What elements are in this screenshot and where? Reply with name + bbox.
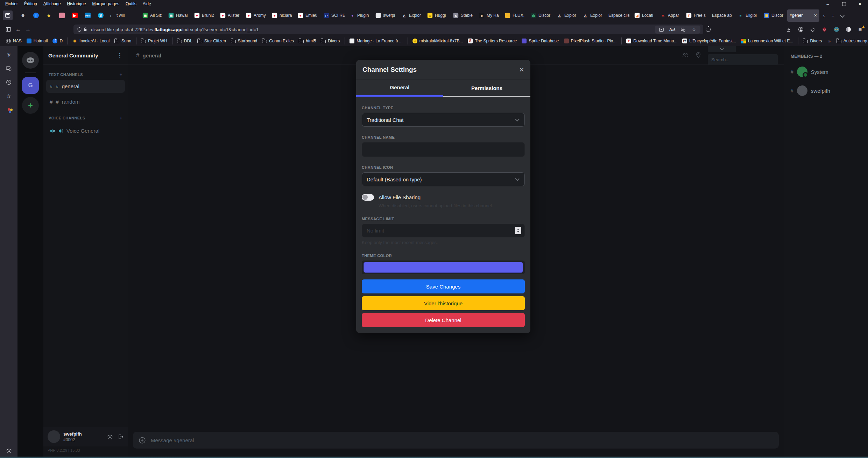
ai-chatbot-icon[interactable]: ✳ (6, 52, 12, 58)
bookmark-item[interactable]: ☺ mistralai/Mixtral-8x7B... (408, 37, 466, 44)
browser-tab[interactable]: FLUX. (502, 9, 528, 22)
extensions-puzzle-icon[interactable] (810, 27, 816, 33)
account-icon[interactable] (798, 27, 804, 33)
bookmark-item[interactable]: Divers (798, 37, 824, 44)
scroll-tabs-left-button[interactable]: ‹ (107, 13, 114, 19)
pinned-tab[interactable] (55, 9, 68, 21)
history-clock-icon[interactable] (6, 79, 12, 85)
pinned-tab[interactable]: S (94, 9, 107, 21)
url-bar[interactable]: discord-like-php-chat-7262.dev.flatlogic… (73, 25, 703, 34)
browser-tab[interactable]: ◭ Explor (399, 9, 425, 22)
pinned-tab[interactable]: ◆ (42, 9, 55, 21)
theme-color-picker[interactable] (362, 261, 525, 274)
channel-icon-select[interactable]: Default (Based on type) (362, 172, 525, 186)
tracking-shield-icon[interactable] (76, 27, 82, 33)
browser-tab[interactable]: ▣ Discor (761, 9, 787, 22)
browser-tab[interactable]: ♥ Alister (218, 9, 244, 22)
server-menu-icon[interactable]: ⋮ (117, 52, 123, 58)
browser-tab[interactable]: S Stable (451, 9, 477, 22)
attach-plus-icon[interactable] (139, 437, 146, 444)
bookmark-star-icon[interactable]: ☆ (691, 27, 697, 33)
browser-tab[interactable]: Espace ab (710, 9, 735, 22)
server-header[interactable]: General Community ⋮ (43, 46, 128, 65)
add-text-channel-button[interactable]: + (119, 72, 122, 77)
text-channel-item[interactable]: # # random (46, 95, 125, 108)
spinner-down-icon[interactable] (517, 231, 519, 234)
synced-tabs-icon[interactable] (6, 65, 12, 71)
theme-color-swatch[interactable] (364, 262, 523, 273)
browser-tab[interactable]: #gener × (787, 9, 819, 22)
containers-icon[interactable] (6, 106, 12, 112)
bookmark-item[interactable]: NAS (3, 37, 24, 44)
pinned-tab[interactable]: DSM (81, 9, 94, 21)
sidebar-toggle-button[interactable] (3, 25, 13, 34)
bookmark-item[interactable]: html5 (296, 37, 318, 44)
back-button[interactable]: ← (13, 25, 23, 34)
close-button[interactable]: ✕ (852, 0, 868, 8)
user-settings-gear-icon[interactable] (107, 434, 113, 440)
bookmark-item[interactable]: ◉ InvokeAI - Local (68, 37, 112, 44)
spinner-up-icon[interactable] (517, 228, 519, 230)
bookmark-item[interactable]: Projet WH (136, 37, 170, 44)
downloads-icon[interactable] (786, 27, 792, 33)
browser-tab[interactable]: ◭ Explor (580, 9, 606, 22)
browser-tab[interactable]: ◢ Locati (632, 9, 658, 22)
new-tab-button[interactable]: + (828, 11, 838, 20)
bookmark-item[interactable]: EF L'Encyclopédie Fantast... (680, 37, 739, 44)
tab-permissions[interactable]: Permissions (443, 79, 530, 97)
minimize-button[interactable]: – (820, 0, 836, 8)
message-input-bar[interactable]: Message #general (133, 432, 779, 449)
lock-icon[interactable] (82, 27, 88, 33)
bookmark-item[interactable]: Starbound (228, 37, 260, 44)
header-dropdown-button[interactable] (708, 46, 736, 52)
bookmark-item[interactable]: Conan Exiles (260, 37, 296, 44)
member-row[interactable]: # System (791, 67, 868, 77)
file-sharing-toggle[interactable] (362, 194, 374, 201)
browser-tab[interactable]: t will (114, 9, 140, 22)
browser-tab[interactable]: ♥ Emie0 (295, 9, 321, 22)
menu-item[interactable]: Historique (64, 0, 89, 7)
browser-tab[interactable]: ♦ Plugin (347, 9, 373, 22)
scroll-tabs-right-button[interactable]: › (819, 11, 828, 20)
pinned-tab[interactable]: f (29, 9, 42, 21)
forward-button[interactable]: → (23, 25, 33, 34)
save-page-icon[interactable] (658, 27, 664, 33)
voice-channel-item[interactable]: Voice General (46, 125, 125, 137)
browser-tab[interactable]: ⊞ Hawai (166, 9, 192, 22)
browser-tab[interactable]: ◍ Discor (528, 9, 554, 22)
browser-tab[interactable]: P SCI RE (321, 9, 347, 22)
browser-tab[interactable]: ♥ niciara (269, 9, 295, 22)
bookmark-item[interactable]: Sprite Database (519, 37, 561, 44)
browser-tab[interactable]: ♥ Aromy (244, 9, 269, 22)
menu-item[interactable]: Aide (140, 0, 154, 7)
browser-tab[interactable]: ☺ Huggi (425, 9, 451, 22)
user-avatar[interactable] (48, 430, 60, 443)
add-server-button[interactable]: + (22, 97, 39, 114)
pin-location-icon[interactable] (696, 52, 701, 58)
maximize-button[interactable] (836, 0, 852, 8)
browser-tab[interactable]: Espace clie (606, 9, 632, 22)
modal-close-icon[interactable]: × (519, 65, 524, 74)
browser-tab[interactable]: ≡ Eligibi (735, 9, 761, 22)
menu-item[interactable]: Outils (122, 0, 140, 7)
proxy-extension-icon[interactable] (845, 27, 851, 33)
reload-button[interactable] (703, 25, 713, 34)
firefox-view-button[interactable] (3, 11, 13, 20)
bookmark-item[interactable]: Hotmail (24, 37, 50, 44)
add-voice-channel-button[interactable]: + (119, 115, 122, 121)
save-changes-button[interactable]: Save Changes (362, 279, 525, 293)
channel-name-input[interactable] (362, 142, 525, 157)
bookmark-item[interactable]: Star Citizen (195, 37, 228, 44)
server-icon-general-community[interactable]: G (22, 77, 39, 94)
ublock-origin-icon[interactable] (821, 27, 827, 33)
number-spinner[interactable] (515, 227, 521, 234)
bookmark-item[interactable]: S The Spriters Resource (465, 37, 519, 44)
list-all-tabs-button[interactable] (838, 11, 847, 20)
channel-type-select[interactable]: Traditional Chat (362, 113, 525, 127)
browser-tab[interactable]: ◭ Explor (554, 9, 580, 22)
robot-extension-icon[interactable] (833, 27, 839, 33)
menu-item[interactable]: Fichier (2, 0, 21, 7)
browser-tab[interactable]: f Free s (684, 9, 710, 22)
browser-tab[interactable]: SL Appar (658, 9, 684, 22)
menu-item[interactable]: Affichage (40, 0, 64, 7)
